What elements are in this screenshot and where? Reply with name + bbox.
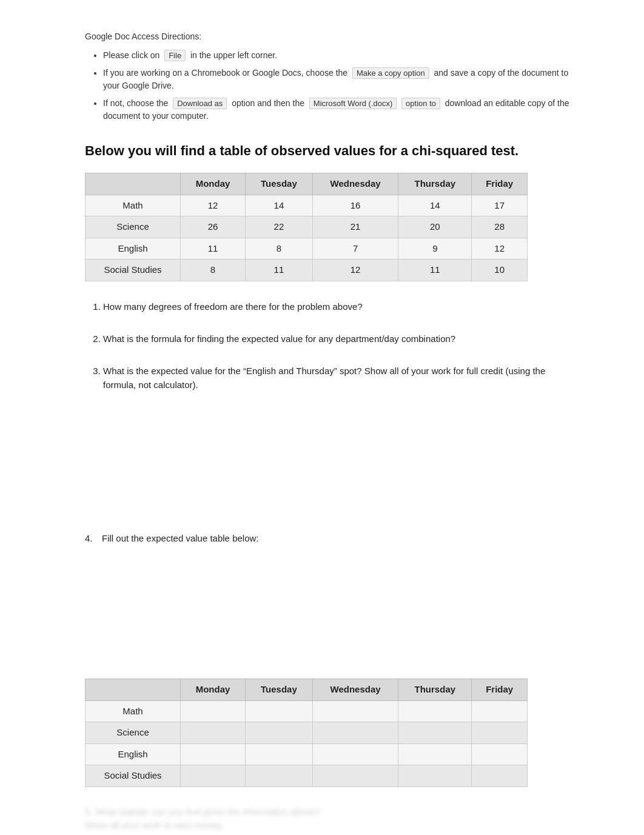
expected-table-header-row: Monday Tuesday Wednesday Thursday Friday — [86, 679, 528, 701]
observed-col-friday: Friday — [472, 173, 528, 195]
expected-cell-2-4[interactable] — [398, 743, 472, 765]
directions-item-3-before: If not, choose the — [103, 98, 168, 108]
expected-cell-1-5[interactable] — [472, 722, 528, 744]
observed-table: Monday Tuesday Wednesday Thursday Friday… — [85, 173, 528, 281]
observed-cell-1-1: 26 — [181, 216, 246, 238]
observed-cell-0-4: 14 — [398, 195, 472, 216]
question-1: How many degrees of freedom are there fo… — [103, 300, 571, 314]
question-4-text: Fill out the expected value table below: — [102, 532, 259, 546]
observed-cell-1-4: 20 — [398, 216, 472, 238]
expected-cell-3-5[interactable] — [472, 765, 528, 787]
expected-cell-1-0: Science — [86, 722, 181, 744]
observed-cell-2-2: 8 — [245, 238, 312, 260]
expected-cell-0-2[interactable] — [245, 700, 312, 722]
expected-col-monday: Monday — [181, 679, 246, 701]
expected-table-wrapper: Monday Tuesday Wednesday Thursday Friday… — [85, 679, 571, 787]
expected-col-label — [86, 679, 181, 701]
observed-col-wednesday: Wednesday — [312, 173, 398, 195]
directions-item-2-before: If you are working on a Chromebook or Go… — [103, 68, 347, 78]
expected-cell-0-4[interactable] — [398, 700, 472, 722]
observed-cell-2-5: 12 — [472, 238, 528, 260]
section-title: Below you will find a table of observed … — [85, 141, 571, 161]
observed-table-wrapper: Monday Tuesday Wednesday Thursday Friday… — [85, 173, 571, 281]
observed-cell-2-1: 11 — [181, 238, 246, 260]
download-highlight: Download as — [173, 98, 227, 109]
observed-cell-0-1: 12 — [181, 195, 246, 216]
directions-item-2: If you are working on a Chromebook or Go… — [103, 67, 571, 92]
expected-cell-3-2[interactable] — [245, 765, 312, 787]
table-row: Math1214161417 — [86, 195, 528, 216]
directions-item-1-before: Please click on — [103, 50, 159, 60]
observed-cell-1-0: Science — [86, 216, 181, 238]
observed-col-tuesday: Tuesday — [245, 173, 312, 195]
table-row: English — [86, 743, 528, 765]
observed-cell-0-5: 17 — [472, 195, 528, 216]
table-row: Science — [86, 722, 528, 744]
observed-cell-0-0: Math — [86, 195, 181, 216]
expected-col-wednesday: Wednesday — [312, 679, 398, 701]
observed-cell-3-4: 11 — [398, 260, 472, 281]
table-row: Social Studies — [86, 765, 528, 787]
directions-item-3-middle: option and then the — [232, 98, 304, 108]
expected-cell-1-2[interactable] — [245, 722, 312, 744]
observed-cell-2-4: 9 — [398, 238, 472, 260]
observed-cell-2-3: 7 — [312, 238, 398, 260]
expected-col-friday: Friday — [472, 679, 528, 701]
observed-cell-3-1: 8 — [181, 260, 246, 281]
expected-cell-3-4[interactable] — [398, 765, 472, 787]
expected-col-tuesday: Tuesday — [245, 679, 312, 701]
file-highlight: File — [164, 50, 186, 61]
directions-list: Please click on File in the upper left c… — [85, 49, 571, 122]
observed-cell-0-3: 16 — [312, 195, 398, 216]
questions-list: How many degrees of freedom are there fo… — [85, 300, 571, 392]
question-2: What is the formula for finding the expe… — [103, 332, 571, 346]
expected-cell-1-3[interactable] — [312, 722, 398, 744]
observed-cell-1-3: 21 — [312, 216, 398, 238]
expected-cell-2-5[interactable] — [472, 743, 528, 765]
observed-cell-1-2: 22 — [245, 216, 312, 238]
expected-col-thursday: Thursday — [398, 679, 472, 701]
observed-cell-3-0: Social Studies — [86, 260, 181, 281]
question-4-number: 4. — [85, 532, 97, 546]
observed-cell-0-2: 14 — [245, 195, 312, 216]
word-highlight: Microsoft Word (.docx) — [309, 98, 397, 109]
expected-cell-0-5[interactable] — [472, 700, 528, 722]
expected-cell-0-0: Math — [86, 700, 181, 722]
directions-item-3: If not, choose the Download as option an… — [103, 97, 571, 122]
expected-cell-3-1[interactable] — [181, 765, 246, 787]
expected-cell-3-3[interactable] — [312, 765, 398, 787]
directions-item-1: Please click on File in the upper left c… — [103, 49, 571, 62]
table-row: English1187912 — [86, 238, 528, 260]
expected-cell-1-4[interactable] — [398, 722, 472, 744]
expected-cell-3-0: Social Studies — [86, 765, 181, 787]
expected-cell-2-0: English — [86, 743, 181, 765]
directions-title: Google Doc Access Directions: — [85, 30, 571, 43]
observed-table-header-row: Monday Tuesday Wednesday Thursday Friday — [86, 173, 528, 195]
question-3: What is the expected value for the “Engl… — [103, 364, 571, 392]
observed-cell-3-2: 11 — [245, 260, 312, 281]
blurred-line-1: 5. What statistic can you find given the… — [85, 805, 571, 819]
observed-cell-2-0: English — [86, 238, 181, 260]
table-row: Social Studies811121110 — [86, 260, 528, 281]
observed-cell-3-5: 10 — [472, 260, 528, 281]
expected-cell-2-1[interactable] — [181, 743, 246, 765]
work-area-spacer — [85, 411, 571, 532]
question-4-item: 4. Fill out the expected value table bel… — [85, 532, 571, 546]
observed-col-label — [86, 173, 181, 195]
table-row: Math — [86, 700, 528, 722]
blurred-section: 5. What statistic can you find given the… — [85, 805, 571, 833]
expected-cell-2-2[interactable] — [245, 743, 312, 765]
expected-cell-0-3[interactable] — [312, 700, 398, 722]
directions-item-1-after: in the upper left corner. — [190, 50, 277, 60]
make-copy-highlight: Make a copy option — [352, 67, 429, 79]
blurred-line-2: Show all your work to earn money. — [85, 819, 571, 833]
expected-table: Monday Tuesday Wednesday Thursday Friday… — [85, 679, 528, 787]
expected-cell-1-1[interactable] — [181, 722, 246, 744]
expected-cell-0-1[interactable] — [181, 700, 246, 722]
expected-cell-2-3[interactable] — [312, 743, 398, 765]
table-row: Science2622212028 — [86, 216, 528, 238]
observed-col-thursday: Thursday — [398, 173, 472, 195]
observed-cell-1-5: 28 — [472, 216, 528, 238]
observed-cell-3-3: 12 — [312, 260, 398, 281]
option-to-highlight: option to — [401, 98, 440, 109]
